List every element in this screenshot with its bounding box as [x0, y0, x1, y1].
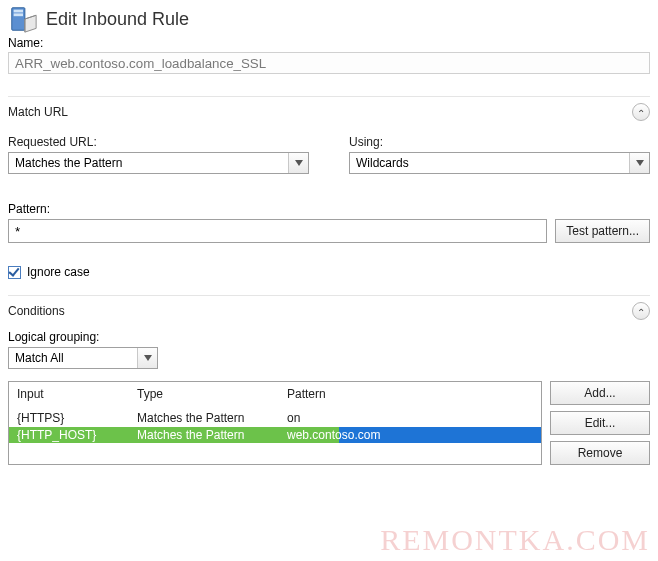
svg-rect-1: [14, 10, 23, 13]
chevron-down-icon: [629, 153, 649, 173]
section-title-conditions: Conditions: [8, 304, 65, 318]
cell-input: {HTTP_HOST}: [9, 427, 129, 443]
logical-grouping-value: Match All: [15, 351, 64, 365]
cell-pattern: on: [279, 409, 541, 427]
watermark: REMONTKA.COM: [380, 523, 650, 557]
chevron-down-icon: [288, 153, 308, 173]
col-type: Type: [129, 382, 279, 409]
section-match-url: Match URL Requested URL: Matches the Pat…: [8, 96, 650, 279]
cell-type: Matches the Pattern: [129, 409, 279, 427]
table-row[interactable]: {HTTP_HOST} Matches the Pattern web.cont…: [9, 427, 541, 443]
svg-rect-2: [14, 13, 23, 16]
requested-url-dropdown[interactable]: Matches the Pattern: [8, 152, 309, 174]
ignore-case-label: Ignore case: [27, 265, 90, 279]
requested-url-value: Matches the Pattern: [15, 156, 122, 170]
using-label: Using:: [349, 135, 650, 149]
page-header: Edit Inbound Rule: [0, 0, 658, 36]
collapse-conditions-icon[interactable]: [632, 302, 650, 320]
iis-server-icon: [8, 4, 38, 34]
using-dropdown[interactable]: Wildcards: [349, 152, 650, 174]
chevron-down-icon: [137, 348, 157, 368]
pattern-input[interactable]: [8, 219, 547, 243]
table-row[interactable]: {HTTPS} Matches the Pattern on: [9, 409, 541, 427]
edit-button[interactable]: Edit...: [550, 411, 650, 435]
conditions-table[interactable]: Input Type Pattern {HTTPS} Matches the P…: [8, 381, 542, 465]
remove-button[interactable]: Remove: [550, 441, 650, 465]
col-input: Input: [9, 382, 129, 409]
ignore-case-checkbox[interactable]: [8, 266, 21, 279]
logical-grouping-dropdown[interactable]: Match All: [8, 347, 158, 369]
section-title-match-url: Match URL: [8, 105, 68, 119]
test-pattern-button[interactable]: Test pattern...: [555, 219, 650, 243]
cell-type: Matches the Pattern: [129, 427, 279, 443]
logical-grouping-label: Logical grouping:: [8, 330, 99, 344]
add-button[interactable]: Add...: [550, 381, 650, 405]
name-label: Name:: [8, 36, 650, 50]
using-value: Wildcards: [356, 156, 409, 170]
section-conditions: Conditions Logical grouping: Match All I…: [8, 295, 650, 465]
requested-url-label: Requested URL:: [8, 135, 309, 149]
collapse-match-url-icon[interactable]: [632, 103, 650, 121]
cell-input: {HTTPS}: [9, 409, 129, 427]
cell-pattern: web.contoso.com: [279, 427, 541, 443]
pattern-label: Pattern:: [8, 202, 50, 216]
name-input[interactable]: [8, 52, 650, 74]
col-pattern: Pattern: [279, 382, 541, 409]
page-title: Edit Inbound Rule: [46, 9, 189, 30]
